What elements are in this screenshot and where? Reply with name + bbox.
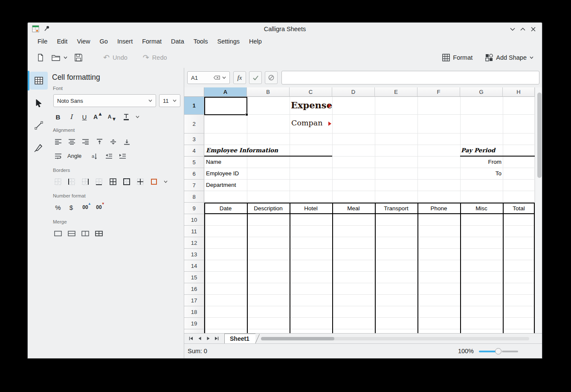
unmerge-cells-button[interactable]	[93, 227, 105, 240]
expense-table-header-meal[interactable]: Meal	[332, 203, 375, 214]
previous-sheet-button[interactable]	[195, 334, 204, 343]
menu-view[interactable]: View	[72, 35, 95, 47]
select-all-corner[interactable]	[184, 87, 204, 97]
row-header-5[interactable]: 5	[184, 157, 204, 168]
next-sheet-button[interactable]	[204, 334, 212, 343]
decrease-indent-button[interactable]	[102, 150, 115, 163]
cell-c1-expense-title[interactable]: Expense	[291, 100, 332, 110]
menu-edit[interactable]: Edit	[52, 35, 72, 47]
row-header-clipped[interactable]	[184, 329, 204, 333]
add-shape-button[interactable]: Add Shape	[483, 52, 536, 63]
accept-formula-button[interactable]	[249, 71, 262, 84]
row-header-9[interactable]: 9	[184, 203, 204, 214]
tool-calligraphy[interactable]	[30, 139, 48, 157]
increase-precision-button[interactable]: 00▲	[79, 201, 92, 214]
redo-button[interactable]: ↷ Redo	[140, 52, 170, 63]
menu-tools[interactable]: Tools	[189, 35, 213, 47]
save-button[interactable]	[72, 52, 85, 64]
font-size-select[interactable]: 11	[159, 94, 180, 107]
row-header-1[interactable]: 1	[184, 97, 204, 115]
column-header-f[interactable]: F	[417, 87, 460, 97]
tab-sheet1[interactable]: Sheet1	[224, 334, 255, 343]
shrink-font-button[interactable]: A▼	[106, 110, 119, 123]
selection-fill-handle[interactable]	[245, 113, 248, 116]
row-header-16[interactable]: 16	[184, 283, 204, 295]
menu-data[interactable]: Data	[166, 35, 189, 47]
cancel-formula-button[interactable]	[265, 71, 278, 84]
font-color-chevron[interactable]	[133, 110, 142, 123]
expense-table-header-misc[interactable]: Misc	[460, 203, 503, 214]
row-header-4[interactable]: 4	[184, 145, 204, 157]
close-button[interactable]	[528, 24, 538, 34]
tool-cell-formatting[interactable]	[30, 72, 48, 90]
menu-file[interactable]: File	[33, 35, 52, 47]
row-header-18[interactable]: 18	[184, 306, 204, 318]
menu-insert[interactable]: Insert	[113, 35, 137, 47]
zoom-slider-handle[interactable]	[495, 348, 501, 354]
cell-a7-department[interactable]: Department	[206, 182, 236, 188]
column-header-e[interactable]: E	[375, 87, 417, 97]
menu-format[interactable]: Format	[137, 35, 166, 47]
grow-font-button[interactable]: A▲	[92, 110, 104, 123]
border-none-button[interactable]	[52, 175, 64, 188]
border-all-button[interactable]	[107, 175, 119, 188]
border-bottom-button[interactable]	[93, 175, 105, 188]
expense-table-header-date[interactable]: Date	[204, 203, 247, 214]
row-header-11[interactable]: 11	[184, 226, 204, 237]
format-button[interactable]: Format	[440, 52, 475, 63]
horizontal-scrollbar[interactable]	[261, 337, 529, 340]
column-header-a[interactable]: A	[204, 87, 247, 97]
align-right-button[interactable]	[79, 135, 92, 148]
minimize-button[interactable]	[508, 24, 517, 34]
wrap-text-button[interactable]	[52, 150, 64, 163]
row-header-6[interactable]: 6	[184, 168, 204, 180]
expense-table-header-transport[interactable]: Transport	[375, 203, 417, 214]
tool-select[interactable]	[30, 94, 48, 112]
formula-input[interactable]	[281, 71, 539, 84]
align-center-button[interactable]	[65, 135, 78, 148]
cell-g5-from[interactable]: From	[460, 159, 501, 165]
cell-a5-name[interactable]: Name	[206, 159, 221, 165]
row-header-17[interactable]: 17	[184, 295, 204, 306]
menu-go[interactable]: Go	[95, 35, 113, 47]
row-header-19[interactable]: 19	[184, 318, 204, 329]
undo-button[interactable]: ↶ Undo	[101, 52, 130, 63]
zoom-slider[interactable]	[479, 351, 518, 352]
cell-a4-employee-information[interactable]: Employee Information	[206, 147, 278, 154]
menu-help[interactable]: Help	[244, 35, 267, 47]
expense-table-header-phone[interactable]: Phone	[417, 203, 460, 214]
maximize-button[interactable]	[518, 24, 528, 34]
cell-a6-employee-id[interactable]: Employee ID	[206, 170, 239, 177]
underline-button[interactable]: U	[78, 110, 91, 123]
tool-connector[interactable]	[30, 116, 48, 134]
row-header-15[interactable]: 15	[184, 272, 204, 283]
cell-reference-box[interactable]: A1	[187, 71, 230, 84]
row-header-14[interactable]: 14	[184, 260, 204, 272]
open-document-button[interactable]	[49, 52, 70, 63]
last-sheet-button[interactable]	[212, 334, 221, 343]
expense-table-header-description[interactable]: Description	[247, 203, 290, 214]
row-header-10[interactable]: 10	[184, 214, 204, 226]
horizontal-scrollbar-thumb[interactable]	[261, 337, 334, 340]
angle-label[interactable]: Angle	[67, 153, 81, 159]
align-top-button[interactable]	[93, 135, 106, 148]
merge-horizontal-button[interactable]	[65, 227, 78, 240]
align-bottom-button[interactable]	[120, 135, 133, 148]
row-header-3[interactable]: 3	[184, 134, 204, 145]
vertical-scrollbar-thumb[interactable]	[537, 93, 542, 178]
menu-settings[interactable]: Settings	[213, 35, 244, 47]
currency-format-button[interactable]: $	[65, 201, 78, 214]
row-header-8[interactable]: 8	[184, 191, 204, 203]
decrease-precision-button[interactable]: 00▼	[93, 201, 105, 214]
increase-indent-button[interactable]	[116, 150, 129, 163]
column-header-c[interactable]: C	[290, 87, 332, 97]
cell-g4-pay-period[interactable]: Pay Period	[461, 147, 495, 154]
font-family-select[interactable]: Noto Sans	[53, 94, 156, 107]
row-header-7[interactable]: 7	[184, 180, 204, 191]
bold-button[interactable]: B	[52, 110, 64, 123]
row-header-12[interactable]: 12	[184, 237, 204, 249]
cells-area[interactable]: Expense Compan Employee Information Pay …	[204, 97, 535, 333]
border-options-chevron[interactable]	[161, 175, 170, 188]
align-left-button[interactable]	[52, 135, 64, 148]
row-header-13[interactable]: 13	[184, 249, 204, 260]
